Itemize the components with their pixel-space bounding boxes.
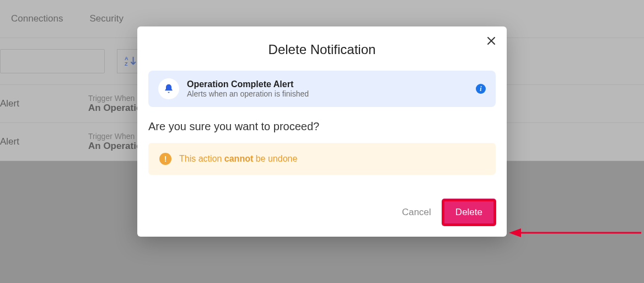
warning-icon: ! — [159, 153, 171, 165]
warning-text: This action cannot be undone — [179, 154, 297, 164]
warning-banner: ! This action cannot be undone — [148, 143, 496, 175]
modal-actions: Cancel Delete — [148, 199, 496, 226]
delete-button[interactable]: Delete — [442, 199, 496, 226]
modal-title: Delete Notification — [148, 42, 496, 57]
close-button[interactable] — [487, 36, 496, 47]
notification-title: Operation Complete Alert — [187, 79, 309, 89]
notification-subtitle: Alerts when an operation is finished — [187, 89, 309, 98]
cancel-button[interactable]: Cancel — [402, 207, 431, 218]
confirm-prompt: Are you sure you want to proceed? — [148, 120, 496, 133]
info-icon[interactable]: i — [476, 84, 486, 94]
delete-notification-modal: Delete Notification Operation Complete A… — [137, 26, 507, 237]
notification-info-card: Operation Complete Alert Alerts when an … — [148, 71, 496, 107]
bell-icon — [158, 78, 179, 99]
close-icon — [487, 36, 496, 45]
